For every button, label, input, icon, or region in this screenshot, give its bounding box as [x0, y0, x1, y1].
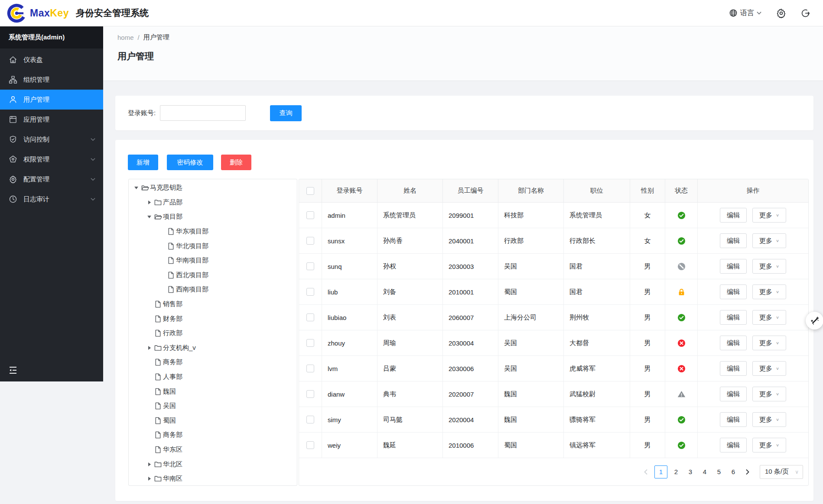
login-account-label: 登录账号: [128, 109, 156, 117]
change-password-button[interactable]: 密码修改 [167, 155, 213, 170]
pagination-next-button[interactable] [742, 465, 753, 478]
cell-actions: 编辑 更多∨ [698, 330, 808, 355]
tree-node[interactable]: 蜀国 [129, 414, 297, 428]
more-button[interactable]: 更多∨ [752, 233, 786, 248]
tree-node[interactable]: 华南项目部 [129, 253, 297, 268]
tree-node[interactable]: 西北项目部 [129, 268, 297, 283]
tree-node[interactable]: 财务部 [129, 311, 297, 326]
tree-node[interactable]: 分支机构_v [129, 341, 297, 355]
add-user-button[interactable]: 新增 [128, 155, 158, 170]
sidebar-menu-item[interactable]: 应用管理 [0, 110, 103, 129]
logout-button[interactable] [801, 9, 810, 18]
maxkey-logo[interactable]: MaxKey 身份安全管理系统 [7, 3, 149, 23]
cell-actions: 编辑 更多∨ [698, 203, 808, 228]
tree-node[interactable]: 华东区 [129, 443, 297, 457]
tree-node[interactable]: 商务部 [129, 428, 297, 443]
tree-node[interactable]: 项目部 [129, 210, 297, 224]
row-checkbox[interactable] [306, 262, 314, 270]
more-button[interactable]: 更多∨ [752, 412, 786, 427]
more-button[interactable]: 更多∨ [752, 208, 786, 223]
sidebar-menu-item[interactable]: 访问控制 [0, 129, 103, 149]
row-checkbox[interactable] [306, 365, 314, 372]
breadcrumb-home-link[interactable]: home [117, 34, 134, 41]
sidebar-menu-item[interactable]: 仪表盘 [0, 50, 103, 70]
tree-node[interactable]: 行政部 [129, 326, 297, 341]
tree-node[interactable]: 西南项目部 [129, 282, 297, 297]
edit-button[interactable]: 编辑 [720, 233, 747, 248]
app-title: 身份安全管理系统 [76, 7, 149, 19]
table-toolbar: 新增 密码修改 删除 [128, 155, 251, 170]
edit-button[interactable]: 编辑 [720, 438, 747, 452]
more-button[interactable]: 更多∨ [752, 284, 786, 299]
more-button[interactable]: 更多∨ [752, 438, 786, 452]
edit-button[interactable]: 编辑 [720, 387, 747, 401]
tree-node[interactable]: 马克思钥匙 [129, 181, 297, 195]
tree-node[interactable]: 销售部 [129, 297, 297, 312]
sidebar-menu-item[interactable]: 组织管理 [0, 70, 103, 90]
more-button-label: 更多 [759, 416, 772, 424]
pagination-page-button[interactable]: 4 [699, 465, 710, 478]
sidebar-collapse-button[interactable] [8, 365, 19, 376]
pagination-page-button[interactable]: 5 [713, 465, 725, 478]
row-checkbox[interactable] [306, 237, 314, 245]
tree-toggle-icon[interactable] [132, 185, 140, 190]
more-button[interactable]: 更多∨ [752, 336, 786, 350]
tree-node[interactable]: 产品部 [129, 195, 297, 210]
status-icon [677, 441, 686, 449]
cell-gender: 女 [630, 203, 665, 228]
tree-node[interactable]: 华北项目部 [129, 239, 297, 253]
pagination-page-button[interactable]: 6 [728, 465, 739, 478]
more-button[interactable]: 更多∨ [752, 361, 786, 376]
row-checkbox[interactable] [306, 288, 314, 296]
tree-toggle-icon[interactable] [145, 200, 153, 205]
tree-node[interactable]: 华北区 [129, 457, 297, 472]
sidebar-menu-item[interactable]: 配置管理 [0, 169, 103, 189]
more-button[interactable]: 更多∨ [752, 310, 786, 325]
language-switcher[interactable]: 语言 [729, 9, 761, 18]
edit-button[interactable]: 编辑 [720, 412, 747, 427]
tree-node[interactable]: 魏国 [129, 384, 297, 399]
more-button-label: 更多 [759, 288, 772, 296]
more-button[interactable]: 更多∨ [752, 387, 786, 401]
pagination-page-button[interactable]: 2 [670, 465, 682, 478]
row-checkbox[interactable] [306, 390, 314, 398]
page-size-select[interactable]: 10 条/页 ∨ [760, 465, 803, 479]
tree-node[interactable]: 华东项目部 [129, 224, 297, 239]
tree-toggle-icon[interactable] [145, 214, 153, 219]
pagination-page-button[interactable]: 1 [654, 465, 667, 478]
more-button[interactable]: 更多∨ [752, 259, 786, 274]
edit-button[interactable]: 编辑 [720, 310, 747, 325]
edit-button[interactable]: 编辑 [720, 259, 747, 274]
tree-node-icon [154, 446, 162, 454]
tree-toggle-icon[interactable] [145, 346, 153, 350]
tree-node[interactable]: 商务部 [129, 355, 297, 370]
chevron-down-icon: ∨ [776, 417, 779, 422]
select-all-checkbox[interactable] [306, 187, 314, 195]
edit-button[interactable]: 编辑 [720, 208, 747, 223]
tree-node[interactable]: 吴国 [129, 399, 297, 414]
edit-button[interactable]: 编辑 [720, 361, 747, 376]
tree-toggle-icon[interactable] [145, 476, 153, 481]
login-account-input[interactable] [160, 105, 246, 121]
row-checkbox[interactable] [306, 211, 314, 219]
tree-node[interactable]: 华南区 [129, 472, 297, 486]
sidebar-menu-item[interactable]: 日志审计 [0, 189, 103, 209]
sidebar-menu-item[interactable]: 权限管理 [0, 149, 103, 169]
row-checkbox[interactable] [306, 339, 314, 347]
edit-button[interactable]: 编辑 [720, 284, 747, 299]
more-button-label: 更多 [759, 441, 772, 449]
delete-button[interactable]: 删除 [221, 155, 251, 170]
tree-toggle-icon[interactable] [145, 462, 153, 467]
query-button[interactable]: 查询 [270, 105, 302, 121]
sidebar-menu-item[interactable]: 用户管理 [0, 90, 103, 110]
row-checkbox[interactable] [306, 441, 314, 449]
row-select-cell [299, 407, 322, 432]
row-checkbox[interactable] [306, 313, 314, 321]
row-checkbox[interactable] [306, 416, 314, 423]
tree-node[interactable]: 人事部 [129, 370, 297, 384]
settings-gear-button[interactable] [776, 8, 786, 18]
magic-wand-floating-button[interactable] [806, 312, 823, 330]
pagination-page-button[interactable]: 3 [685, 465, 696, 478]
pagination-prev-button[interactable] [640, 465, 651, 478]
edit-button[interactable]: 编辑 [720, 336, 747, 350]
